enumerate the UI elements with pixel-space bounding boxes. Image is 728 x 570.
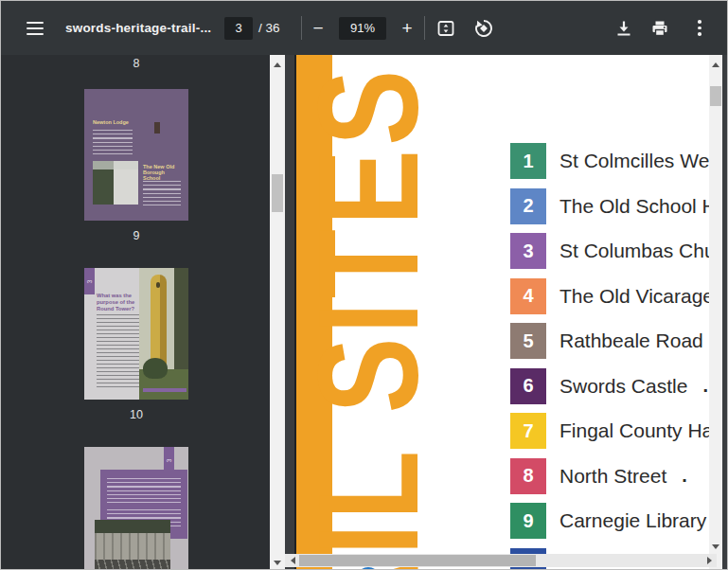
site-number: 1 xyxy=(523,151,533,172)
pdf-viewport: TRAIL SITES 1 St Colmcilles Well 2 The O… xyxy=(285,55,728,570)
rotate-icon[interactable] xyxy=(472,1,495,55)
site-number: 4 xyxy=(523,285,533,307)
site-number-badge: 2 xyxy=(510,188,546,224)
school-photo xyxy=(93,161,138,205)
scroll-down-arrow[interactable] xyxy=(270,556,285,569)
site-number: 3 xyxy=(523,240,533,262)
site-number: 2 xyxy=(523,195,533,217)
thumbnail-page-label: 9 xyxy=(84,229,188,242)
pdf-viewer-window: swords-heritage-trail-... / 36 − 91% + xyxy=(0,0,728,570)
site-number-badge: 9 xyxy=(510,503,546,539)
castle-wall-photo xyxy=(95,520,170,570)
scroll-up-arrow[interactable] xyxy=(270,58,285,71)
zoom-in-button[interactable]: + xyxy=(395,1,419,55)
cottage-photo xyxy=(135,101,181,146)
site-label: The Old Vicarage xyxy=(559,285,709,308)
thumbnail-page-11[interactable]: 3 xyxy=(84,447,188,570)
thumbnail-page-label: 8 xyxy=(84,57,188,70)
round-tower-photo xyxy=(139,268,188,400)
site-label: North Street xyxy=(559,465,666,488)
thumbnail-sidebar: 8 Newton Lodge The New Old Borough Schoo… xyxy=(1,55,270,570)
site-number-badge: 7 xyxy=(510,413,546,449)
section-tab: 3 xyxy=(84,268,95,294)
scroll-right-arrow[interactable] xyxy=(702,554,716,567)
site-number: 6 xyxy=(523,375,533,397)
pdf-toolbar: swords-heritage-trail-... / 36 − 91% + xyxy=(1,1,728,55)
toolbar-divider xyxy=(424,16,425,40)
thumb9-heading1: Newton Lodge xyxy=(93,119,134,125)
site-number-badge: 4 xyxy=(510,278,546,314)
site-label: Swords Castle xyxy=(559,375,687,398)
thumb9-text-lines xyxy=(93,130,133,155)
page-vertical-title: TRAIL SITES xyxy=(296,66,438,570)
site-label: Rathbeale Road xyxy=(559,330,703,352)
thumbnail-page-label: 10 xyxy=(84,408,188,421)
zoom-level-value[interactable]: 91% xyxy=(339,17,386,40)
scroll-up-arrow[interactable] xyxy=(708,58,723,71)
site-number-badge: 1 xyxy=(510,143,546,179)
more-options-icon[interactable] xyxy=(691,1,708,55)
toolbar-divider xyxy=(301,16,302,40)
print-icon[interactable] xyxy=(648,1,671,55)
site-row: 4 The Old Vicarage xyxy=(510,278,709,314)
document-title: swords-heritage-trail-... xyxy=(65,1,211,55)
site-label: Carnegie Library xyxy=(559,509,706,532)
site-number-badge: 5 xyxy=(510,323,546,359)
zoom-out-button[interactable]: − xyxy=(306,1,330,55)
site-number-badge: 6 xyxy=(510,368,546,404)
menu-icon[interactable] xyxy=(25,1,45,55)
site-number: 7 xyxy=(523,420,533,442)
site-number-badge: 8 xyxy=(510,458,546,494)
site-number-badge: 3 xyxy=(510,233,546,269)
download-icon[interactable] xyxy=(613,1,635,55)
site-row: 8 North Street . . . xyxy=(510,458,709,494)
site-row: 9 Carnegie Library xyxy=(510,503,709,539)
thumbnail-page-9[interactable]: Newton Lodge The New Old Borough School xyxy=(84,89,188,221)
site-row: 7 Fingal County Hall xyxy=(510,413,709,449)
sidebar-scrollbar-thumb[interactable] xyxy=(272,174,283,212)
thumb9-heading2: The New Old Borough School xyxy=(143,164,183,181)
thumbnail-page-10[interactable]: 3 What was the purpose of the Round Towe… xyxy=(84,268,188,400)
site-row: 5 Rathbeale Road . xyxy=(510,323,709,359)
horizontal-scrollbar[interactable] xyxy=(285,554,717,567)
scroll-down-arrow[interactable] xyxy=(708,540,723,553)
pdf-page: TRAIL SITES 1 St Colmcilles Well 2 The O… xyxy=(296,55,709,570)
site-label: Fingal County Hall xyxy=(559,419,709,442)
site-label: St Columbas Churc xyxy=(559,240,709,262)
scroll-left-arrow[interactable] xyxy=(286,554,299,567)
thumb10-heading: What was the purpose of the Round Tower? xyxy=(97,293,139,312)
thumb10-text-lines xyxy=(97,314,139,390)
vertical-scrollbar[interactable] xyxy=(709,55,722,570)
page-number-input[interactable] xyxy=(224,17,253,40)
site-number: 8 xyxy=(523,465,533,487)
site-number: 5 xyxy=(523,330,533,352)
site-row: 2 The Old School Ho xyxy=(510,188,709,224)
site-row: 3 St Columbas Churc xyxy=(510,233,709,269)
site-row: 6 Swords Castle . . xyxy=(510,368,709,404)
fit-to-page-icon[interactable] xyxy=(435,1,457,55)
site-number: 9 xyxy=(523,510,533,532)
thumb9-text-lines xyxy=(143,181,181,207)
viewer-content: 8 Newton Lodge The New Old Borough Schoo… xyxy=(1,55,728,570)
site-label: The Old School Ho xyxy=(559,195,709,218)
site-row: 1 St Colmcilles Well xyxy=(510,143,709,179)
vertical-scrollbar-thumb[interactable] xyxy=(710,86,721,106)
leader-dots: . . . xyxy=(682,465,709,487)
site-list: 1 St Colmcilles Well 2 The Old School Ho… xyxy=(510,143,709,570)
leader-dots: . . xyxy=(702,375,709,397)
horizontal-scrollbar-thumb[interactable] xyxy=(299,555,536,566)
site-label: St Colmcilles Well xyxy=(559,150,709,172)
page-count-label: / 36 xyxy=(258,1,280,55)
sidebar-scrollbar[interactable] xyxy=(270,55,285,570)
